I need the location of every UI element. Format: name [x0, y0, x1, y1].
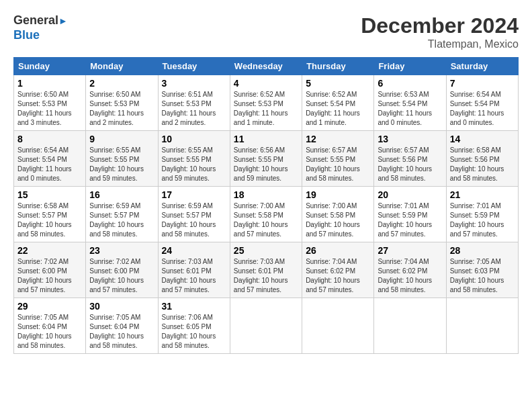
day-info: Sunrise: 7:04 AM Sunset: 6:02 PM Dayligh… — [306, 257, 370, 295]
day-info: Sunrise: 6:57 AM Sunset: 5:55 PM Dayligh… — [306, 146, 370, 183]
calendar-cell: 17 Sunrise: 6:59 AM Sunset: 5:57 PM Dayl… — [158, 187, 230, 242]
day-info: Sunrise: 7:02 AM Sunset: 6:00 PM Dayligh… — [17, 257, 82, 295]
calendar-cell: 1 Sunrise: 6:50 AM Sunset: 5:53 PM Dayli… — [14, 75, 86, 131]
calendar-cell: 2 Sunrise: 6:50 AM Sunset: 5:53 PM Dayli… — [86, 75, 158, 131]
day-number: 10 — [162, 134, 226, 144]
day-info: Sunrise: 6:55 AM Sunset: 5:55 PM Dayligh… — [89, 146, 154, 183]
day-info: Sunrise: 6:51 AM Sunset: 5:53 PM Dayligh… — [162, 90, 226, 128]
day-number: 30 — [89, 301, 154, 312]
calendar-cell: 22 Sunrise: 7:02 AM Sunset: 6:00 PM Dayl… — [14, 242, 86, 298]
page-header: General► Blue December 2024 Tlatempan, M… — [13, 13, 519, 50]
calendar-cell: 4 Sunrise: 6:52 AM Sunset: 5:53 PM Dayli… — [230, 75, 302, 131]
day-number: 6 — [378, 78, 442, 89]
calendar-cell: 21 Sunrise: 7:01 AM Sunset: 5:59 PM Dayl… — [446, 187, 518, 242]
day-number: 24 — [162, 245, 226, 256]
calendar-cell: 7 Sunrise: 6:54 AM Sunset: 5:54 PM Dayli… — [446, 75, 518, 131]
calendar-cell — [374, 298, 446, 354]
day-number: 1 — [17, 78, 82, 89]
calendar-cell — [446, 298, 518, 354]
day-info: Sunrise: 7:06 AM Sunset: 6:05 PM Dayligh… — [162, 313, 226, 351]
calendar-cell: 18 Sunrise: 7:00 AM Sunset: 5:58 PM Dayl… — [230, 187, 302, 242]
month-title: December 2024 — [361, 13, 519, 38]
calendar-cell: 25 Sunrise: 7:03 AM Sunset: 6:01 PM Dayl… — [230, 242, 302, 298]
day-info: Sunrise: 7:01 AM Sunset: 5:59 PM Dayligh… — [450, 201, 515, 239]
day-number: 9 — [89, 134, 154, 144]
day-info: Sunrise: 7:01 AM Sunset: 5:59 PM Dayligh… — [378, 201, 442, 239]
day-number: 14 — [450, 134, 515, 144]
day-info: Sunrise: 6:52 AM Sunset: 5:53 PM Dayligh… — [234, 90, 298, 128]
calendar-table: SundayMondayTuesdayWednesdayThursdayFrid… — [13, 57, 519, 354]
day-number: 7 — [450, 78, 515, 89]
day-info: Sunrise: 6:50 AM Sunset: 5:53 PM Dayligh… — [89, 90, 154, 128]
day-number: 11 — [234, 134, 298, 144]
day-number: 15 — [17, 189, 82, 200]
calendar-cell: 15 Sunrise: 6:58 AM Sunset: 5:57 PM Dayl… — [14, 187, 86, 242]
calendar-cell: 19 Sunrise: 7:00 AM Sunset: 5:58 PM Dayl… — [302, 187, 374, 242]
day-info: Sunrise: 6:59 AM Sunset: 5:57 PM Dayligh… — [162, 201, 226, 239]
day-number: 4 — [234, 78, 298, 89]
calendar-cell: 12 Sunrise: 6:57 AM Sunset: 5:55 PM Dayl… — [302, 131, 374, 187]
location-title: Tlatempan, Mexico — [361, 38, 519, 50]
day-info: Sunrise: 6:58 AM Sunset: 5:57 PM Dayligh… — [17, 201, 82, 239]
calendar-cell: 14 Sunrise: 6:58 AM Sunset: 5:56 PM Dayl… — [446, 131, 518, 187]
calendar-cell: 23 Sunrise: 7:02 AM Sunset: 6:00 PM Dayl… — [86, 242, 158, 298]
calendar-cell: 16 Sunrise: 6:59 AM Sunset: 5:57 PM Dayl… — [86, 187, 158, 242]
day-number: 21 — [450, 189, 515, 200]
weekday-header-sunday: Sunday — [14, 58, 86, 75]
day-number: 5 — [306, 78, 370, 89]
calendar-cell: 29 Sunrise: 7:05 AM Sunset: 6:04 PM Dayl… — [14, 298, 86, 354]
calendar-cell: 9 Sunrise: 6:55 AM Sunset: 5:55 PM Dayli… — [86, 131, 158, 187]
day-info: Sunrise: 6:54 AM Sunset: 5:54 PM Dayligh… — [17, 146, 82, 183]
calendar-week-row: 1 Sunrise: 6:50 AM Sunset: 5:53 PM Dayli… — [14, 75, 519, 131]
calendar-cell: 3 Sunrise: 6:51 AM Sunset: 5:53 PM Dayli… — [158, 75, 230, 131]
calendar-cell: 31 Sunrise: 7:06 AM Sunset: 6:05 PM Dayl… — [158, 298, 230, 354]
calendar-cell: 5 Sunrise: 6:52 AM Sunset: 5:54 PM Dayli… — [302, 75, 374, 131]
weekday-header-monday: Monday — [86, 58, 158, 75]
day-info: Sunrise: 7:05 AM Sunset: 6:03 PM Dayligh… — [450, 257, 515, 295]
day-number: 23 — [89, 245, 154, 256]
weekday-header-saturday: Saturday — [446, 58, 518, 75]
weekday-header-tuesday: Tuesday — [158, 58, 230, 75]
day-number: 22 — [17, 245, 82, 256]
calendar-week-row: 15 Sunrise: 6:58 AM Sunset: 5:57 PM Dayl… — [14, 187, 519, 242]
day-info: Sunrise: 6:56 AM Sunset: 5:55 PM Dayligh… — [234, 146, 298, 183]
day-info: Sunrise: 6:58 AM Sunset: 5:56 PM Dayligh… — [450, 146, 515, 183]
day-info: Sunrise: 6:59 AM Sunset: 5:57 PM Dayligh… — [89, 201, 154, 239]
calendar-week-row: 29 Sunrise: 7:05 AM Sunset: 6:04 PM Dayl… — [14, 298, 519, 354]
calendar-cell: 20 Sunrise: 7:01 AM Sunset: 5:59 PM Dayl… — [374, 187, 446, 242]
day-info: Sunrise: 6:57 AM Sunset: 5:56 PM Dayligh… — [378, 146, 442, 183]
day-info: Sunrise: 7:00 AM Sunset: 5:58 PM Dayligh… — [306, 201, 370, 239]
day-number: 8 — [17, 134, 82, 144]
logo-text-blue: Blue — [13, 28, 68, 43]
calendar-cell — [302, 298, 374, 354]
weekday-header-thursday: Thursday — [302, 58, 374, 75]
day-info: Sunrise: 7:00 AM Sunset: 5:58 PM Dayligh… — [234, 201, 298, 239]
weekday-header-friday: Friday — [374, 58, 446, 75]
day-number: 28 — [450, 245, 515, 256]
day-number: 12 — [306, 134, 370, 144]
calendar-cell: 24 Sunrise: 7:03 AM Sunset: 6:01 PM Dayl… — [158, 242, 230, 298]
calendar-cell: 30 Sunrise: 7:05 AM Sunset: 6:04 PM Dayl… — [86, 298, 158, 354]
day-number: 29 — [17, 301, 82, 312]
day-number: 19 — [306, 189, 370, 200]
day-info: Sunrise: 7:05 AM Sunset: 6:04 PM Dayligh… — [17, 313, 82, 351]
calendar-cell: 8 Sunrise: 6:54 AM Sunset: 5:54 PM Dayli… — [14, 131, 86, 187]
day-info: Sunrise: 6:53 AM Sunset: 5:54 PM Dayligh… — [378, 90, 442, 128]
day-number: 25 — [234, 245, 298, 256]
day-number: 20 — [378, 189, 442, 200]
weekday-header-row: SundayMondayTuesdayWednesdayThursdayFrid… — [14, 58, 519, 75]
calendar-week-row: 22 Sunrise: 7:02 AM Sunset: 6:00 PM Dayl… — [14, 242, 519, 298]
weekday-header-wednesday: Wednesday — [230, 58, 302, 75]
day-number: 3 — [162, 78, 226, 89]
day-number: 2 — [89, 78, 154, 89]
day-info: Sunrise: 6:54 AM Sunset: 5:54 PM Dayligh… — [450, 90, 515, 128]
day-info: Sunrise: 7:05 AM Sunset: 6:04 PM Dayligh… — [89, 313, 154, 351]
day-number: 17 — [162, 189, 226, 200]
day-info: Sunrise: 6:52 AM Sunset: 5:54 PM Dayligh… — [306, 90, 370, 128]
calendar-cell: 27 Sunrise: 7:04 AM Sunset: 6:02 PM Dayl… — [374, 242, 446, 298]
day-number: 13 — [378, 134, 442, 144]
calendar-week-row: 8 Sunrise: 6:54 AM Sunset: 5:54 PM Dayli… — [14, 131, 519, 187]
day-info: Sunrise: 7:02 AM Sunset: 6:00 PM Dayligh… — [89, 257, 154, 295]
calendar-cell: 13 Sunrise: 6:57 AM Sunset: 5:56 PM Dayl… — [374, 131, 446, 187]
calendar-cell: 11 Sunrise: 6:56 AM Sunset: 5:55 PM Dayl… — [230, 131, 302, 187]
